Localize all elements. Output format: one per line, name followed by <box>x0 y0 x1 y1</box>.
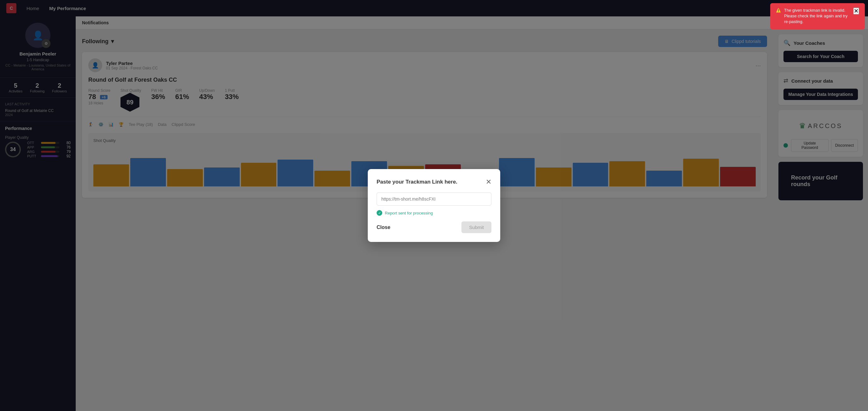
success-check-icon: ✓ <box>377 210 382 216</box>
toast-warning-icon: ⚠️ <box>776 7 781 13</box>
modal-close-text-button[interactable]: Close <box>377 225 391 230</box>
modal-header: Paste your Trackman Link here. ✕ <box>377 178 491 186</box>
modal-title: Paste your Trackman Link here. <box>377 179 457 185</box>
modal-close-button[interactable]: ✕ <box>486 178 491 186</box>
modal-footer: Close Submit <box>377 221 491 233</box>
trackman-modal: Paste your Trackman Link here. ✕ ✓ Repor… <box>368 169 500 242</box>
success-text: Report sent for processing <box>385 211 433 215</box>
toast-message: The given trackman link is invalid. Plea… <box>784 7 850 25</box>
modal-success-message: ✓ Report sent for processing <box>377 210 491 216</box>
toast-close-button[interactable]: ✕ <box>853 7 859 14</box>
trackman-link-input[interactable] <box>377 192 491 205</box>
modal-overlay[interactable]: Paste your Trackman Link here. ✕ ✓ Repor… <box>0 0 868 411</box>
error-toast: ⚠️ The given trackman link is invalid. P… <box>770 3 865 29</box>
modal-submit-button[interactable]: Submit <box>461 221 491 233</box>
